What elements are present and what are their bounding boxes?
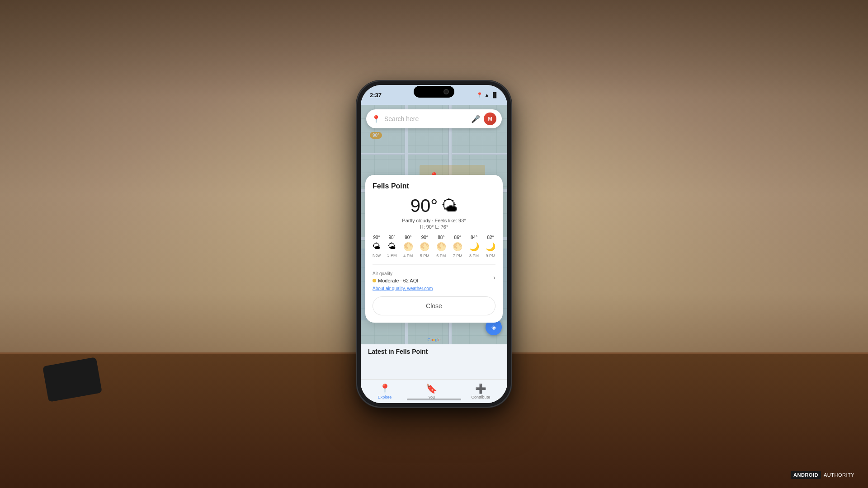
- hour-label-5pm: 5 PM: [420, 253, 429, 258]
- hour-item-4pm: 90° 🌕 4 PM: [403, 235, 413, 258]
- air-quality-section[interactable]: Air quality Moderate · 62 AQI ›: [373, 271, 495, 283]
- hour-item-now: 90° 🌤 Now: [373, 235, 381, 258]
- dynamic-island: [414, 86, 454, 98]
- explore-label: Explore: [378, 395, 392, 399]
- nav-item-contribute[interactable]: ➕ Contribute: [472, 383, 491, 399]
- hour-icon-5pm: 🌕: [420, 242, 429, 252]
- hourly-forecast: 90° 🌤 Now 90° 🌤 3 PM 90° 🌕 4 PM: [373, 235, 495, 265]
- hour-temp-now: 90°: [373, 235, 380, 240]
- android-authority-watermark: ANDROID AUTHORITY: [791, 471, 854, 479]
- battery-icon: ▐▌: [491, 92, 498, 98]
- weather-location: Fells Point: [373, 182, 495, 190]
- air-quality-title: Air quality: [373, 271, 493, 276]
- hour-item-8pm: 84° 🌙 8 PM: [469, 235, 479, 258]
- hour-label-8pm: 8 PM: [469, 253, 479, 258]
- weather-temperature: 90°: [410, 196, 438, 216]
- google-logo: Google: [427, 338, 440, 342]
- avatar-initial: M: [488, 116, 492, 122]
- google-maps-view[interactable]: 🟤 📍 ⛽ 90° 📍 Search here 🎤 M: [361, 105, 507, 344]
- nav-item-you[interactable]: 🔖 You: [426, 383, 437, 399]
- contribute-label: Contribute: [472, 395, 491, 399]
- status-icons-right: 📍 ▲ ▐▌: [476, 92, 498, 98]
- hour-temp-5pm: 90°: [421, 235, 428, 240]
- status-time: 2:37: [370, 92, 382, 99]
- hour-icon-now: 🌤: [373, 242, 381, 251]
- air-quality-chevron[interactable]: ›: [493, 274, 495, 281]
- hour-temp-9pm: 82°: [487, 235, 494, 240]
- location-icon: 📍: [476, 92, 483, 98]
- you-icon: 🔖: [426, 383, 437, 394]
- smartphone: 2:37 📷 ◈ ✦ 📍 ▲ ▐▌: [357, 81, 511, 407]
- explore-icon: 📍: [379, 383, 391, 394]
- close-button[interactable]: Close: [373, 296, 495, 315]
- hour-temp-6pm: 88°: [438, 235, 444, 240]
- hour-icon-8pm: 🌙: [469, 242, 479, 252]
- air-quality-value: Moderate · 62 AQI: [373, 278, 493, 283]
- hour-icon-3pm: 🌤: [388, 242, 396, 251]
- weather-description: Partly cloudy · Feels like: 93°: [373, 218, 495, 223]
- hour-label-7pm: 7 PM: [453, 253, 462, 258]
- search-location-icon: 📍: [372, 115, 381, 123]
- hour-label-4pm: 4 PM: [403, 253, 413, 258]
- watermark-android-text: ANDROID: [791, 471, 821, 479]
- front-camera: [443, 89, 449, 94]
- hour-item-7pm: 86° 🌕 7 PM: [453, 235, 462, 258]
- weather-card: Fells Point 90° 🌤 Partly cloudy · Feels …: [365, 175, 503, 323]
- search-placeholder: Search here: [384, 115, 467, 122]
- air-quality-link[interactable]: About air quality, weather.com: [373, 286, 495, 291]
- wifi-icon: ▲: [485, 92, 490, 98]
- hour-item-3pm: 90° 🌤 3 PM: [387, 235, 396, 258]
- hour-icon-9pm: 🌙: [486, 242, 495, 252]
- compass-icon: ◈: [491, 324, 496, 331]
- hour-item-5pm: 90° 🌕 5 PM: [420, 235, 429, 258]
- weather-condition-icon: 🌤: [441, 197, 458, 216]
- hour-temp-7pm: 86°: [454, 235, 461, 240]
- hour-label-6pm: 6 PM: [436, 253, 446, 258]
- hour-label-3pm: 3 PM: [387, 253, 396, 258]
- home-indicator: [407, 399, 461, 400]
- hour-temp-4pm: 90°: [405, 235, 411, 240]
- latest-in-fells-point-label: Latest in Fells Point: [361, 348, 507, 355]
- microphone-icon: 🎤: [471, 115, 480, 123]
- search-bar[interactable]: 📍 Search here 🎤 M: [366, 109, 502, 128]
- air-quality-display: Moderate · 62 AQI: [378, 278, 418, 283]
- hour-item-9pm: 82° 🌙 9 PM: [486, 235, 495, 258]
- hour-icon-6pm: 🌕: [436, 242, 446, 252]
- nav-item-explore[interactable]: 📍 Explore: [378, 383, 392, 399]
- aqi-indicator-dot: [373, 279, 376, 282]
- contribute-icon: ➕: [475, 383, 486, 394]
- weather-high-low: H: 90° L: 76°: [373, 224, 495, 230]
- hour-icon-7pm: 🌕: [453, 242, 462, 252]
- bottom-panel: Latest in Fells Point 📍 Explore 🔖 You ➕ …: [361, 344, 507, 403]
- hour-temp-3pm: 90°: [388, 235, 395, 240]
- user-avatar[interactable]: M: [484, 113, 496, 125]
- air-quality-info: Air quality Moderate · 62 AQI: [373, 271, 493, 283]
- phone-container: 2:37 📷 ◈ ✦ 📍 ▲ ▐▌: [357, 81, 511, 407]
- phone-screen: 2:37 📷 ◈ ✦ 📍 ▲ ▐▌: [361, 85, 507, 403]
- hour-label-9pm: 9 PM: [486, 253, 495, 258]
- watermark-authority-text: AUTHORITY: [824, 472, 854, 478]
- weather-main: 90° 🌤: [373, 196, 495, 216]
- hour-label-now: Now: [373, 253, 381, 258]
- hour-item-6pm: 88° 🌕 6 PM: [436, 235, 446, 258]
- hour-temp-8pm: 84°: [471, 235, 477, 240]
- hour-icon-4pm: 🌕: [403, 242, 413, 252]
